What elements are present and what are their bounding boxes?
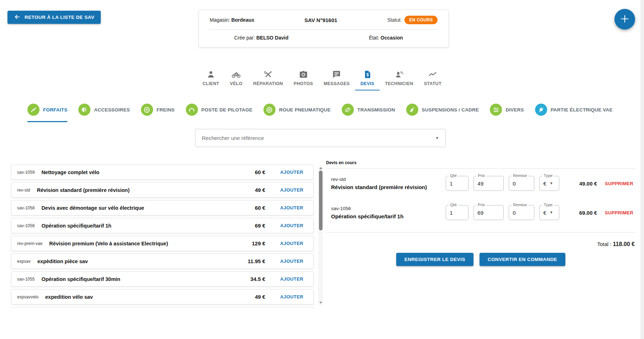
category-suspensions-cadre[interactable]: SUSPENSIONS / CADRE <box>406 104 479 122</box>
status-badge: EN COURS <box>404 16 438 24</box>
catalog-row: sav-1059 Nettoyage complet vélo 60 € AJO… <box>11 165 314 180</box>
item-price: 49 € <box>255 187 265 193</box>
catalog-row: expsav expèdition pièce sav 11.95 € AJOU… <box>11 254 314 269</box>
category-poste-de-pilotage[interactable]: POSTE DE PILOTAGE <box>186 104 252 122</box>
arrow-left-icon <box>14 14 21 21</box>
convert-to-order-button[interactable]: CONVERTIR EN COMMANDE <box>480 253 565 266</box>
qty-input[interactable] <box>450 210 465 216</box>
tab-velo[interactable]: VÉLO <box>225 69 248 90</box>
tab-label: VÉLO <box>230 81 242 86</box>
tab-label: MESSAGES <box>324 81 350 86</box>
search-input[interactable] <box>202 135 435 141</box>
chain-link-icon <box>342 104 354 116</box>
tab-photos[interactable]: PHOTOS <box>288 69 318 90</box>
add-item-button[interactable]: AJOUTER <box>276 205 308 210</box>
chat-icon <box>332 70 341 79</box>
scroll-down-arrow-icon[interactable] <box>319 302 322 304</box>
back-to-sav-list-button[interactable]: RETOUR À LA LISTE DE SAV <box>7 11 101 24</box>
item-price: 34.5 € <box>250 276 265 282</box>
category-label: ROUE PNEUMATIQUE <box>279 107 331 113</box>
catalog-scrollbar[interactable] <box>318 165 323 306</box>
save-devis-button[interactable]: ENREGISTRER LE DEVIS <box>396 253 473 266</box>
freins-icon <box>141 104 153 116</box>
discount-field: Remise <box>509 205 534 220</box>
price-input[interactable] <box>477 210 500 216</box>
discount-input[interactable] <box>513 181 530 187</box>
main-tab-bar: CLIENT VÉLO RÉPARATION PHOTOS MESSAGES $… <box>197 69 447 90</box>
tab-label: TECHNICIEN <box>385 81 413 86</box>
add-fab-button[interactable] <box>614 9 635 30</box>
line-total: 69.00 € <box>561 210 597 216</box>
sav-number: SAV N°91601 <box>304 17 337 23</box>
remove-item-button[interactable]: SUPPRIMER <box>605 210 633 215</box>
add-item-button[interactable]: AJOUTER <box>276 223 308 228</box>
devis-total: Total : 118.00 € <box>326 241 635 247</box>
chevron-down-icon[interactable]: ▼ <box>435 136 439 140</box>
tab-devis[interactable]: $ DEVIS <box>355 69 379 90</box>
tab-label: DEVIS <box>360 81 374 86</box>
item-price: 60 € <box>255 169 265 175</box>
category-label: FREINS <box>157 107 175 113</box>
trend-line-icon <box>428 70 438 79</box>
category-transmission[interactable]: TRANSMISSION <box>342 104 395 122</box>
tab-statut[interactable]: STATUT <box>419 69 447 90</box>
scroll-up-arrow-icon[interactable] <box>319 167 322 169</box>
add-item-button[interactable]: AJOUTER <box>276 170 308 175</box>
etat-value: Occasion <box>381 35 403 41</box>
category-label: DIVERS <box>506 107 524 113</box>
tab-messages[interactable]: MESSAGES <box>318 69 355 90</box>
add-item-button[interactable]: AJOUTER <box>276 259 308 264</box>
tab-technicien[interactable]: TECHNICIEN <box>379 69 418 90</box>
item-ref: rev-std <box>17 188 30 193</box>
category-partie-electrique-vae[interactable]: PARTIE ÉLECTRIQUE VAE <box>535 104 613 122</box>
statut-label: Statut: <box>387 17 402 23</box>
type-select[interactable]: Type € ▼ <box>539 205 559 220</box>
qty-input[interactable] <box>450 181 465 187</box>
devis-item-name: Révision standard (première révision) <box>331 184 446 190</box>
devis-title: Devis en cours <box>326 160 635 165</box>
tab-label: PHOTOS <box>294 81 313 86</box>
chevron-down-icon[interactable]: ▼ <box>550 211 553 214</box>
category-freins[interactable]: FREINS <box>141 104 175 122</box>
reference-search-combobox[interactable]: ▼ <box>195 129 446 147</box>
add-item-button[interactable]: AJOUTER <box>276 294 308 299</box>
category-roue-pneumatique[interactable]: ROUE PNEUMATIQUE <box>263 104 331 122</box>
scrollbar-thumb[interactable] <box>319 171 323 230</box>
remove-item-button[interactable]: SUPPRIMER <box>605 181 633 186</box>
category-label: ACCESSOIRES <box>94 107 130 113</box>
item-price: 129 € <box>252 240 266 246</box>
item-ref: sav-1059 <box>17 170 35 175</box>
total-value: 118.00 € <box>613 241 635 247</box>
type-value: € <box>543 181 546 187</box>
cree-par-field: Crée par: BELSO David <box>199 35 324 41</box>
devis-item-row: rev-std Révision standard (première révi… <box>326 169 635 198</box>
item-price: 60 € <box>255 205 265 211</box>
chevron-down-icon[interactable]: ▼ <box>550 182 553 185</box>
add-item-button[interactable]: AJOUTER <box>276 241 308 246</box>
magasin-field: Magasin: Bordeaux <box>210 17 254 23</box>
price-input[interactable] <box>477 181 500 187</box>
catalog-row: expsavvelo expedition vélo sav 49 € AJOU… <box>11 289 314 304</box>
category-forfaits[interactable]: FORFAITS <box>27 104 67 122</box>
catalog-row: sav-1056 Opération spécifique/tarif 1h 6… <box>11 218 314 233</box>
page-scrollbar[interactable] <box>641 0 644 339</box>
tab-client[interactable]: CLIENT <box>197 69 225 90</box>
plug-icon <box>535 104 547 116</box>
type-select[interactable]: Type € ▼ <box>539 176 559 191</box>
tab-reparation[interactable]: RÉPARATION <box>248 69 288 90</box>
category-divers[interactable]: DIVERS <box>490 104 524 122</box>
item-ref: expsav <box>17 259 31 264</box>
category-accessoires[interactable]: ACCESSOIRES <box>78 104 130 122</box>
camera-icon <box>299 70 308 79</box>
price-label: Prix <box>476 203 486 207</box>
add-item-button[interactable]: AJOUTER <box>276 187 308 193</box>
add-item-button[interactable]: AJOUTER <box>276 276 308 282</box>
catalog-list: sav-1059 Nettoyage complet vélo 60 € AJO… <box>11 165 323 309</box>
sliders-icon <box>490 104 502 116</box>
discount-input[interactable] <box>513 210 530 216</box>
handlebar-icon <box>186 104 198 116</box>
item-price: 49 € <box>255 294 265 300</box>
item-ref: sav-1055 <box>17 277 35 282</box>
category-tab-bar: FORFAITS ACCESSOIRES FREINS POSTE DE PIL… <box>27 104 613 122</box>
type-label: Type <box>542 173 554 178</box>
